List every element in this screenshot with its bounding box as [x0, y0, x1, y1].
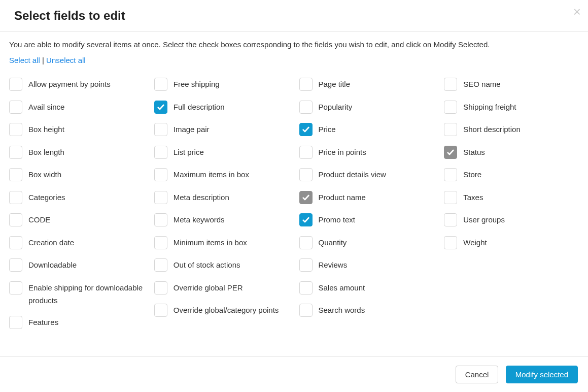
select-fields-modal: Select fields to edit × You are able to …: [0, 0, 588, 392]
field-checkbox[interactable]: [9, 281, 22, 295]
field-checkbox[interactable]: [154, 168, 167, 181]
field-label: Sales amount: [319, 281, 365, 294]
field-checkbox[interactable]: [154, 281, 167, 295]
field-row: Image pair: [154, 123, 289, 136]
modal-header: Select fields to edit ×: [0, 0, 588, 32]
field-label: Override global PER: [174, 281, 243, 294]
field-row: Taxes: [444, 191, 579, 204]
modal-body[interactable]: You are able to modify several items at …: [0, 32, 588, 356]
field-row: Store: [444, 168, 579, 181]
field-checkbox[interactable]: [299, 258, 313, 272]
field-checkbox: [299, 191, 313, 204]
modify-selected-button[interactable]: Modify selected: [506, 366, 578, 383]
field-checkbox[interactable]: [299, 304, 313, 317]
field-label: Downloadable: [28, 258, 77, 271]
field-checkbox[interactable]: [9, 101, 22, 114]
field-label: Price in points: [319, 146, 366, 158]
field-checkbox[interactable]: [154, 191, 167, 204]
field-label: Status: [463, 146, 485, 158]
field-row: Product details view: [299, 168, 434, 181]
field-checkbox[interactable]: [154, 236, 167, 249]
field-label: Store: [463, 168, 481, 181]
field-checkbox[interactable]: [154, 146, 167, 159]
field-label: Promo text: [319, 213, 356, 226]
field-label: Box height: [28, 123, 64, 136]
close-icon[interactable]: ×: [573, 5, 581, 18]
field-row: Allow payment by points: [9, 78, 144, 91]
field-checkbox[interactable]: [444, 191, 457, 204]
field-checkbox[interactable]: [9, 316, 22, 329]
field-checkbox[interactable]: [299, 236, 313, 249]
field-row: Weight: [444, 236, 579, 249]
cancel-button[interactable]: Cancel: [456, 366, 499, 383]
unselect-all-link[interactable]: Unselect all: [46, 56, 86, 64]
field-checkbox[interactable]: [154, 304, 167, 317]
field-label: User groups: [463, 213, 505, 226]
field-label: Enable shipping for downloadable product…: [28, 281, 144, 307]
instruction-text: You are able to modify several items at …: [9, 40, 579, 49]
field-row: Product name: [299, 191, 434, 204]
field-label: Maximum items in box: [174, 168, 249, 181]
field-checkbox[interactable]: [9, 258, 22, 272]
field-checkbox[interactable]: [299, 101, 313, 114]
field-row: Short description: [444, 123, 579, 136]
field-checkbox[interactable]: [154, 78, 167, 91]
field-label: Image pair: [174, 123, 210, 136]
field-checkbox[interactable]: [444, 213, 457, 226]
field-checkbox[interactable]: [299, 78, 313, 91]
field-checkbox[interactable]: [154, 213, 167, 226]
field-row: Avail since: [9, 101, 144, 114]
field-checkbox[interactable]: [9, 78, 22, 91]
field-checkbox[interactable]: [299, 281, 313, 295]
select-all-link[interactable]: Select all: [9, 56, 40, 64]
field-label: Meta description: [174, 191, 229, 204]
field-row: Full description: [154, 101, 289, 114]
field-checkbox[interactable]: [154, 258, 167, 272]
field-checkbox[interactable]: [444, 168, 457, 181]
field-checkbox[interactable]: [154, 101, 167, 114]
field-label: SEO name: [463, 78, 500, 90]
field-label: Taxes: [463, 191, 483, 204]
link-separator: |: [40, 56, 46, 64]
field-label: Price: [319, 123, 336, 136]
field-label: Shipping freight: [463, 101, 516, 113]
field-checkbox[interactable]: [299, 123, 313, 136]
field-row: Features: [9, 316, 144, 329]
field-row: Box length: [9, 146, 144, 159]
field-checkbox[interactable]: [9, 236, 22, 249]
field-row: List price: [154, 146, 289, 159]
field-row: Override global PER: [154, 281, 289, 295]
field-checkbox[interactable]: [9, 168, 22, 181]
field-row: SEO name: [444, 78, 579, 91]
field-row: Creation date: [9, 236, 144, 249]
field-checkbox[interactable]: [9, 213, 22, 226]
field-row: Quantity: [299, 236, 434, 249]
field-checkbox[interactable]: [444, 101, 457, 114]
field-row: Reviews: [299, 258, 434, 272]
field-checkbox[interactable]: [299, 146, 313, 159]
field-label: Search words: [319, 304, 365, 316]
fields-column: Allow payment by pointsAvail sinceBox he…: [9, 78, 144, 339]
field-checkbox[interactable]: [444, 78, 457, 91]
field-row: Categories: [9, 191, 144, 204]
field-row: Price in points: [299, 146, 434, 159]
field-checkbox[interactable]: [444, 123, 457, 136]
field-label: Meta keywords: [174, 213, 225, 226]
field-label: List price: [174, 146, 204, 158]
field-checkbox[interactable]: [299, 213, 313, 226]
field-row: Sales amount: [299, 281, 434, 295]
field-label: Creation date: [28, 236, 74, 249]
field-checkbox[interactable]: [9, 191, 22, 204]
field-checkbox[interactable]: [299, 168, 313, 181]
field-label: CODE: [28, 213, 50, 226]
fields-column: Free shippingFull descriptionImage pairL…: [154, 78, 289, 339]
field-checkbox[interactable]: [9, 123, 22, 136]
field-row: Maximum items in box: [154, 168, 289, 181]
field-checkbox[interactable]: [444, 236, 457, 249]
field-label: Full description: [174, 101, 225, 113]
field-label: Short description: [463, 123, 521, 136]
field-label: Minimum items in box: [174, 236, 247, 249]
field-checkbox[interactable]: [9, 146, 22, 159]
field-label: Free shipping: [174, 78, 220, 90]
field-checkbox[interactable]: [154, 123, 167, 136]
